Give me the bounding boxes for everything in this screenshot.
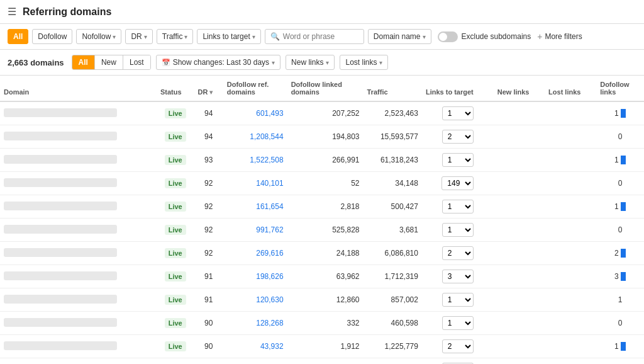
links-target-select[interactable]: 1 <box>442 316 474 330</box>
nofollow-filter-button[interactable]: Nofollow ▾ <box>76 29 121 44</box>
traffic-filter-button[interactable]: Traffic ▾ <box>157 29 194 44</box>
domain-cell <box>0 101 157 125</box>
domain-cell <box>0 219 157 242</box>
col-dr[interactable]: DR <box>194 76 223 101</box>
domain-cell <box>0 149 157 172</box>
dofollow-ref-cell: 120,630 <box>223 288 287 312</box>
table-row: Live 92 269,616 24,188 6,086,810 2 2 <box>0 242 644 265</box>
links-target-cell: 1 <box>422 195 494 219</box>
domain-cell <box>0 172 157 195</box>
links-target-select[interactable]: 1 <box>442 106 474 120</box>
dofollow-ref-cell: 161,654 <box>223 195 287 219</box>
all-filter-button[interactable]: All <box>8 29 28 44</box>
lost-links-button[interactable]: Lost links ▾ <box>340 55 388 70</box>
col-status: Status <box>157 76 194 101</box>
search-input[interactable] <box>283 32 358 41</box>
dofollow-ref-link[interactable]: 161,654 <box>256 202 283 211</box>
status-cell: Live <box>157 219 194 242</box>
col-traffic: Traffic <box>364 76 422 101</box>
table-row: Live 90 43,932 1,912 1,225,779 2 1 <box>0 335 644 358</box>
dofollow-bar-icon[interactable] <box>621 109 626 118</box>
lost-links-cell <box>545 265 596 288</box>
dofollow-linked-cell: 12,860 <box>287 288 364 312</box>
dofollow-ref-link[interactable]: 43,932 <box>260 342 284 351</box>
status-cell: Live <box>157 335 194 358</box>
col-dofollow-links: Dofollowlinks <box>596 76 644 101</box>
links-target-select[interactable]: 2 <box>442 246 474 260</box>
referring-domains-table: Domain Status DR Dofollow ref.domains Do… <box>0 76 644 364</box>
dr-cell: 92 <box>194 172 223 195</box>
domain-placeholder <box>4 318 117 327</box>
dofollow-ref-link[interactable]: 140,101 <box>256 179 283 188</box>
dofollow-linked-cell: 2,818 <box>287 195 364 219</box>
status-cell: Live <box>157 149 194 172</box>
links-target-select[interactable]: 1 <box>442 293 474 307</box>
table-row: Live 94 1,208,544 194,803 15,593,577 2 0 <box>0 125 644 149</box>
links-target-select[interactable]: 149 <box>441 176 474 190</box>
dofollow-linked-cell: 1,912 <box>287 335 364 358</box>
dofollow-ref-link[interactable]: 1,208,544 <box>250 132 283 141</box>
links-to-target-filter-button[interactable]: Links to target ▾ <box>197 29 260 44</box>
links-to-target-chevron-icon: ▾ <box>252 33 255 40</box>
links-target-select[interactable]: 2 <box>442 130 474 144</box>
show-changes-chevron-icon: ▾ <box>272 59 275 66</box>
traffic-cell: 3,681 <box>364 219 422 242</box>
dr-cell: 91 <box>194 288 223 312</box>
col-links-to-target: Links to target <box>422 76 494 101</box>
traffic-cell: 6,086,810 <box>364 242 422 265</box>
domain-placeholder <box>4 225 117 234</box>
dofollow-ref-link[interactable]: 128,268 <box>256 319 283 327</box>
exclude-subdomains-toggle[interactable] <box>438 31 458 42</box>
dofollow-ref-link[interactable]: 1,522,508 <box>250 156 283 164</box>
dofollow-links-cell: 1 <box>596 101 644 125</box>
dofollow-bar-icon[interactable] <box>621 249 626 258</box>
tab-new[interactable]: New <box>95 55 123 69</box>
show-changes-button[interactable]: 📅 Show changes: Last 30 days ▾ <box>156 55 280 70</box>
traffic-cell: 500,427 <box>364 195 422 219</box>
status-badge: Live <box>165 155 186 165</box>
dofollow-ref-link[interactable]: 601,493 <box>256 109 283 118</box>
links-target-select[interactable]: 3 <box>442 270 474 283</box>
links-target-cell: 149 <box>422 172 494 195</box>
dofollow-ref-link[interactable]: 991,762 <box>256 225 283 234</box>
dofollow-ref-cell: 198,626 <box>223 265 287 288</box>
dr-filter-button[interactable]: DR ▾ <box>125 29 152 44</box>
dofollow-ref-cell: 26,190 <box>223 358 287 365</box>
dofollow-filter-button[interactable]: Dofollow <box>32 29 72 44</box>
links-target-select[interactable]: 2 <box>442 339 474 353</box>
links-target-select[interactable]: 1 <box>442 153 474 167</box>
status-badge: Live <box>165 341 186 351</box>
lost-links-chevron-icon: ▾ <box>379 59 382 66</box>
lost-links-cell <box>545 219 596 242</box>
links-target-cell: 1 <box>422 149 494 172</box>
traffic-cell: 61,318,243 <box>364 149 422 172</box>
dofollow-links-cell: 1 <box>596 149 644 172</box>
dofollow-ref-link[interactable]: 198,626 <box>256 272 283 281</box>
dofollow-ref-cell: 991,762 <box>223 219 287 242</box>
dofollow-bar-icon[interactable] <box>621 342 626 351</box>
status-badge: Live <box>165 225 186 235</box>
dofollow-ref-cell: 1,522,508 <box>223 149 287 172</box>
dr-cell: 90 <box>194 312 223 335</box>
table-row: Live 90 128,268 332 460,598 1 0 <box>0 312 644 335</box>
new-links-button[interactable]: New links ▾ <box>286 55 335 70</box>
more-filters-button[interactable]: + More filters <box>537 31 582 42</box>
status-badge: Live <box>165 132 186 142</box>
dofollow-ref-link[interactable]: 269,616 <box>256 249 283 258</box>
links-target-select[interactable]: 1 <box>442 200 474 213</box>
links-target-select[interactable]: 1 <box>442 223 474 237</box>
dofollow-links-cell: 1 <box>596 335 644 358</box>
dofollow-bar-icon[interactable] <box>621 202 626 211</box>
traffic-cell: 460,598 <box>364 312 422 335</box>
dofollow-linked-cell: 266,991 <box>287 149 364 172</box>
dofollow-bar-icon[interactable] <box>621 272 626 281</box>
col-lost-links: Lost links <box>545 76 596 101</box>
domain-cell <box>0 358 157 365</box>
domain-name-filter-button[interactable]: Domain name ▾ <box>368 29 431 44</box>
tab-all[interactable]: All <box>72 55 95 69</box>
hamburger-icon[interactable]: ☰ <box>8 6 16 18</box>
dofollow-bar-icon[interactable] <box>621 156 626 164</box>
status-cell: Live <box>157 172 194 195</box>
tab-lost[interactable]: Lost <box>123 55 150 69</box>
dofollow-ref-link[interactable]: 120,630 <box>256 295 283 304</box>
